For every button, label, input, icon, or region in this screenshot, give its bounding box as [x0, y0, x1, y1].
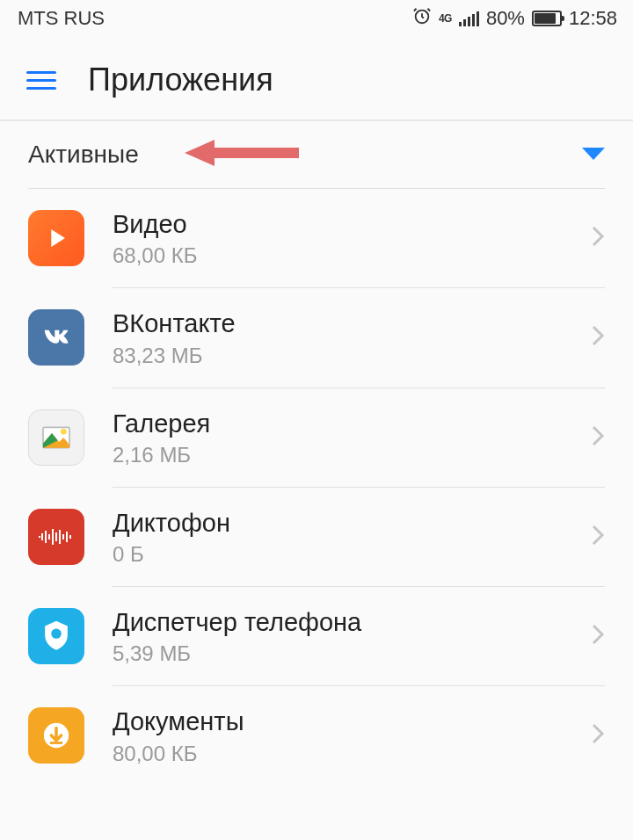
carrier-label: MTS RUS	[18, 7, 105, 30]
app-name: Видео	[113, 208, 563, 240]
svg-marker-2	[582, 148, 605, 160]
filter-dropdown[interactable]: Активные	[0, 121, 633, 188]
battery-percent: 80%	[486, 7, 525, 30]
chevron-right-icon	[591, 524, 605, 550]
app-name: Документы	[113, 706, 563, 737]
chevron-right-icon	[591, 722, 605, 749]
signal-icon	[459, 11, 479, 26]
chevron-right-icon	[591, 424, 605, 451]
svg-point-7	[61, 429, 67, 435]
filter-label: Активные	[28, 141, 139, 169]
annotation-arrow-icon	[185, 136, 299, 173]
list-item[interactable]: Документы 80,00 КБ	[28, 686, 605, 785]
app-icon-dispatcher	[28, 608, 84, 664]
dropdown-caret-icon	[582, 148, 605, 162]
app-header: Приложения	[0, 37, 633, 121]
app-size: 68,00 КБ	[113, 243, 563, 268]
list-item[interactable]: Диктофон 0 Б	[28, 488, 605, 586]
app-icon-vk	[28, 309, 84, 366]
svg-point-8	[51, 629, 61, 639]
svg-marker-3	[51, 229, 65, 247]
page-title: Приложения	[88, 62, 273, 98]
menu-icon[interactable]	[26, 71, 56, 90]
app-icon-gallery	[28, 409, 84, 466]
app-size: 83,23 МБ	[113, 344, 563, 368]
app-size: 5,39 МБ	[113, 641, 563, 666]
app-size: 80,00 КБ	[113, 742, 563, 766]
chevron-right-icon	[591, 623, 605, 649]
app-size: 0 Б	[113, 542, 563, 567]
app-icon-video	[28, 210, 84, 266]
app-icon-docs	[28, 707, 84, 764]
svg-rect-10	[50, 742, 62, 744]
alarm-icon	[412, 6, 432, 31]
network-icon: 4G	[439, 12, 452, 25]
app-name: ВКонтакте	[113, 308, 563, 339]
battery-icon	[532, 11, 562, 26]
chevron-right-icon	[591, 225, 605, 251]
list-item[interactable]: Галерея 2,16 МБ	[28, 388, 605, 487]
status-bar: MTS RUS 4G 80% 12:58	[0, 0, 633, 37]
app-icon-recorder	[28, 509, 84, 565]
list-item[interactable]: Диспетчер телефона 5,39 МБ	[28, 587, 605, 685]
chevron-right-icon	[591, 324, 605, 351]
app-name: Диктофон	[113, 507, 563, 539]
app-list: Видео 68,00 КБ ВКонтакте 83,23 МБ	[0, 188, 633, 786]
app-name: Диспетчер телефона	[113, 606, 563, 638]
clock-time: 12:58	[569, 7, 617, 30]
svg-marker-1	[185, 140, 299, 166]
list-item[interactable]: ВКонтакте 83,23 МБ	[28, 288, 605, 387]
app-name: Галерея	[113, 408, 563, 439]
list-item[interactable]: Видео 68,00 КБ	[28, 189, 605, 287]
app-size: 2,16 МБ	[113, 443, 563, 467]
